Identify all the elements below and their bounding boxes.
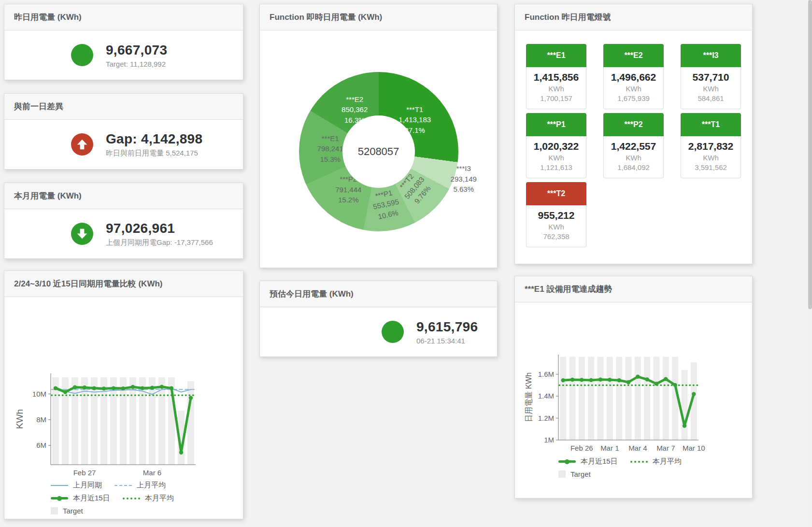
- panel-title: 2/24~3/10 近15日同期用電量比較 (KWh): [14, 278, 163, 289]
- month-stat: 97,026,961 上個月同期用電Gap: -17,377,566: [4, 209, 243, 258]
- panel-yesterday-header[interactable]: 昨日用電量 (KWh): [4, 4, 243, 30]
- light-tile-body: 955,212KWh762,358: [526, 205, 586, 247]
- legend-thick-swatch-icon: [558, 460, 576, 463]
- panel-yesterday-lights: Function 昨日用電燈號 ***E11,415,856KWh1,700,1…: [514, 4, 753, 264]
- legend-thick-swatch-icon: [51, 497, 68, 499]
- legend-item[interactable]: 本月平均: [630, 457, 682, 466]
- light-tile-body: 1,422,557KWh1,684,092: [603, 136, 664, 178]
- panel-title: 昨日用電量 (KWh): [14, 12, 82, 23]
- status-circle-icon: [71, 44, 93, 66]
- light-tile-body: 537,710KWh584,861: [681, 67, 741, 109]
- panel-title: ***E1 設備用電達成趨勢: [525, 284, 612, 295]
- stat-text: 9,667,073 Target: 11,128,992: [106, 43, 167, 68]
- legend-item[interactable]: 上月平均: [114, 481, 166, 490]
- donut-slice-label: ***I3293,1495.63%: [451, 163, 477, 194]
- yesterday-stat: 9,667,073 Target: 11,128,992: [4, 30, 243, 80]
- lights-grid: ***E11,415,856KWh1,700,157***E21,496,662…: [515, 30, 752, 247]
- panel-estimate-header[interactable]: 預估今日用電量 (KWh): [260, 281, 497, 307]
- light-tile-header: ***P1: [526, 113, 586, 136]
- month-gap-sub: 上個月同期用電Gap: -17,377,566: [106, 238, 213, 247]
- svg-text:10M: 10M: [32, 390, 46, 398]
- light-tile-header: ***T1: [681, 113, 741, 136]
- panel-yesterday-usage: 昨日用電量 (KWh) 9,667,073 Target: 11,128,992: [4, 4, 243, 80]
- svg-text:1.2M: 1.2M: [538, 414, 554, 422]
- stat-text: 9,615,796 06-21 15:34:41: [416, 319, 478, 345]
- legend-item[interactable]: Target: [51, 507, 83, 515]
- legend-dotted-swatch-icon: [123, 498, 140, 499]
- estimate-timestamp: 06-21 15:34:41: [416, 337, 478, 345]
- dashboard: 昨日用電量 (KWh) 9,667,073 Target: 11,128,992…: [0, 0, 812, 527]
- donut-center: 5208057: [342, 115, 415, 188]
- light-tile-header: ***E2: [603, 44, 664, 67]
- stat-text: 97,026,961 上個月同期用電Gap: -17,377,566: [106, 221, 213, 247]
- e1-trend-chart-svg: 1M1.2M1.4M1.6MFeb 26Mar 1Mar 4Mar 7Mar 1…: [515, 302, 737, 453]
- scrollbar-thumb[interactable]: [808, 0, 812, 309]
- legend-item[interactable]: 本月平均: [123, 494, 174, 503]
- month-value: 97,026,961: [106, 221, 213, 236]
- scrollbar-track[interactable]: [808, 0, 812, 527]
- light-tile-header: ***P2: [603, 113, 664, 136]
- e1-trend-chart-legend: 本月近15日本月平均Target: [558, 457, 752, 478]
- svg-text:Mar 4: Mar 4: [628, 444, 647, 452]
- legend-square-swatch-icon: [51, 507, 58, 514]
- panel-15day-compare: 2/24~3/10 近15日同期用電量比較 (KWh) 6M8M10MFeb 2…: [4, 271, 243, 519]
- svg-text:6M: 6M: [36, 441, 46, 449]
- panel-title: 本月用電量 (KWh): [14, 190, 82, 201]
- legend-item[interactable]: 本月近15日: [558, 457, 618, 466]
- legend-thin-swatch-icon: [51, 485, 68, 486]
- stat-text: Gap: 4,142,898 昨日與前日用電量 5,524,175: [106, 131, 202, 158]
- light-tile-header: ***E1: [526, 44, 586, 67]
- e1-trend-chart-area: 1M1.2M1.4M1.6MFeb 26Mar 1Mar 4Mar 7Mar 1…: [515, 302, 752, 478]
- light-tile: ***E21,496,662KWh1,675,939: [603, 44, 664, 109]
- light-tile: ***E11,415,856KWh1,700,157: [526, 44, 586, 109]
- panel-title: Function 昨日用電燈號: [525, 12, 611, 23]
- panel-lights-header[interactable]: Function 昨日用電燈號: [515, 4, 752, 30]
- panel-e1-trend-header[interactable]: ***E1 設備用電達成趨勢: [515, 276, 752, 302]
- panel-prev-day-gap: 與前一日差異 Gap: 4,142,898 昨日與前日用電量 5,524,175: [4, 93, 243, 170]
- panel-title: Function 即時日用電量 (KWh): [270, 12, 382, 23]
- gap-value: Gap: 4,142,898: [106, 131, 202, 147]
- panel-title: 預估今日用電量 (KWh): [270, 288, 354, 299]
- panel-month-usage: 本月用電量 (KWh) 97,026,961 上個月同期用電Gap: -17,3…: [4, 183, 243, 259]
- panel-realtime-donut: Function 即時日用電量 (KWh) ***T11,413,18327.1…: [259, 4, 498, 268]
- light-tile-body: 1,496,662KWh1,675,939: [603, 67, 664, 109]
- svg-text:日用電量 KWh: 日用電量 KWh: [525, 372, 533, 422]
- light-tile: ***T12,817,832KWh3,591,562: [681, 113, 741, 178]
- svg-text:1.4M: 1.4M: [538, 392, 554, 400]
- svg-text:Feb 27: Feb 27: [73, 469, 96, 477]
- svg-text:Feb 26: Feb 26: [570, 444, 593, 452]
- compare-chart-area: 6M8M10MFeb 27Mar 6KWh 上月同期上月平均本月近15日本月平均…: [4, 297, 243, 515]
- donut-slice-label: ***E1798,24115.3%: [317, 133, 343, 164]
- arrow-down-icon: [71, 223, 93, 245]
- svg-text:Mar 6: Mar 6: [143, 469, 161, 477]
- legend-item[interactable]: 上月同期: [51, 481, 102, 490]
- estimate-stat: 9,615,796 06-21 15:34:41: [260, 307, 497, 356]
- svg-text:1M: 1M: [544, 436, 554, 444]
- svg-text:1.6M: 1.6M: [538, 370, 554, 378]
- light-tile: ***P11,020,322KWh1,121,613: [526, 113, 586, 178]
- arrow-up-icon: [71, 133, 93, 156]
- donut-chart: ***T11,413,18327.1%***I3293,1495.63%***T…: [299, 72, 458, 231]
- svg-text:Mar 7: Mar 7: [656, 444, 675, 452]
- panel-donut-header[interactable]: Function 即時日用電量 (KWh): [260, 4, 497, 30]
- yesterday-target: Target: 11,128,992: [106, 60, 167, 68]
- light-tile-header: ***T2: [526, 182, 586, 205]
- compare-chart-svg: 6M8M10MFeb 27Mar 6KWh: [4, 297, 233, 477]
- light-tile: ***I3537,710KWh584,861: [681, 44, 741, 109]
- yesterday-value: 9,667,073: [106, 43, 167, 58]
- compare-chart-legend: 上月同期上月平均本月近15日本月平均Target: [51, 481, 243, 515]
- light-tile: ***P21,422,557KWh1,684,092: [603, 113, 664, 178]
- panel-e1-trend: ***E1 設備用電達成趨勢 1M1.2M1.4M1.6MFeb 26Mar 1…: [514, 276, 753, 499]
- legend-item[interactable]: 本月近15日: [51, 494, 110, 503]
- estimate-value: 9,615,796: [416, 319, 478, 335]
- svg-text:Mar 10: Mar 10: [683, 444, 705, 452]
- panel-prev-day-header[interactable]: 與前一日差異: [4, 94, 243, 120]
- panel-compare-header[interactable]: 2/24~3/10 近15日同期用電量比較 (KWh): [4, 271, 243, 297]
- legend-item[interactable]: Target: [558, 470, 591, 478]
- light-tile-header: ***I3: [681, 44, 741, 67]
- panel-month-header[interactable]: 本月用電量 (KWh): [4, 183, 243, 209]
- svg-text:8M: 8M: [36, 415, 46, 424]
- light-tile-body: 1,020,322KWh1,121,613: [526, 136, 586, 178]
- legend-dashed-swatch-icon: [114, 485, 132, 486]
- svg-text:KWh: KWh: [14, 409, 25, 429]
